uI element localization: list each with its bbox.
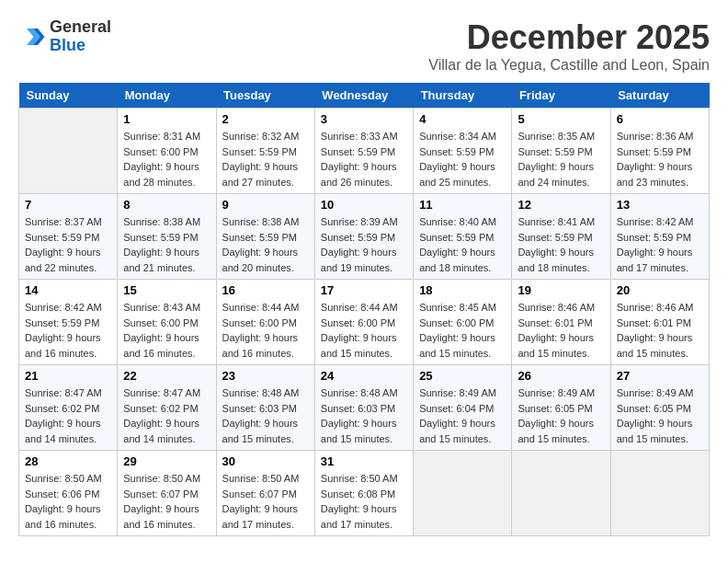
day-number: 8 xyxy=(123,198,210,212)
day-info: Sunrise: 8:49 AM Sunset: 6:05 PM Dayligh… xyxy=(518,385,604,446)
calendar-day-cell: 17 Sunrise: 8:44 AM Sunset: 6:00 PM Dayl… xyxy=(314,280,413,365)
day-number: 2 xyxy=(222,112,309,126)
weekday-header: Monday xyxy=(118,83,216,109)
calendar-day-cell: 16 Sunrise: 8:44 AM Sunset: 6:00 PM Dayl… xyxy=(216,280,314,365)
calendar-week-row: 7 Sunrise: 8:37 AM Sunset: 5:59 PM Dayli… xyxy=(19,194,710,280)
weekday-header-row: SundayMondayTuesdayWednesdayThursdayFrid… xyxy=(19,83,710,109)
day-info: Sunrise: 8:50 AM Sunset: 6:06 PM Dayligh… xyxy=(25,471,111,532)
calendar-day-cell: 29 Sunrise: 8:50 AM Sunset: 6:07 PM Dayl… xyxy=(118,451,216,536)
day-number: 30 xyxy=(222,454,309,468)
day-number: 20 xyxy=(617,283,703,297)
calendar-day-cell: 19 Sunrise: 8:46 AM Sunset: 6:01 PM Dayl… xyxy=(512,280,610,365)
calendar-day-cell: 22 Sunrise: 8:47 AM Sunset: 6:02 PM Dayl… xyxy=(118,365,216,451)
day-info: Sunrise: 8:48 AM Sunset: 6:03 PM Dayligh… xyxy=(321,385,407,446)
calendar-day-cell: 31 Sunrise: 8:50 AM Sunset: 6:08 PM Dayl… xyxy=(314,451,413,536)
day-number: 16 xyxy=(222,283,309,297)
day-info: Sunrise: 8:49 AM Sunset: 6:05 PM Dayligh… xyxy=(617,385,703,446)
calendar-day-cell: 21 Sunrise: 8:47 AM Sunset: 6:02 PM Dayl… xyxy=(19,365,118,451)
day-info: Sunrise: 8:43 AM Sunset: 6:00 PM Dayligh… xyxy=(123,300,210,361)
calendar-day-cell: 6 Sunrise: 8:36 AM Sunset: 5:59 PM Dayli… xyxy=(610,109,709,194)
day-info: Sunrise: 8:40 AM Sunset: 5:59 PM Dayligh… xyxy=(419,214,506,275)
calendar-day-cell: 26 Sunrise: 8:49 AM Sunset: 6:05 PM Dayl… xyxy=(512,365,610,451)
calendar-day-cell xyxy=(512,451,610,536)
logo-general: General xyxy=(50,17,111,36)
logo-icon xyxy=(18,23,46,51)
day-number: 29 xyxy=(123,454,210,468)
day-info: Sunrise: 8:32 AM Sunset: 5:59 PM Dayligh… xyxy=(222,129,309,190)
calendar-week-row: 14 Sunrise: 8:42 AM Sunset: 5:59 PM Dayl… xyxy=(19,280,710,365)
weekday-header: Wednesday xyxy=(314,83,413,109)
day-info: Sunrise: 8:42 AM Sunset: 5:59 PM Dayligh… xyxy=(617,214,703,275)
day-info: Sunrise: 8:50 AM Sunset: 6:08 PM Dayligh… xyxy=(321,471,407,532)
day-info: Sunrise: 8:35 AM Sunset: 5:59 PM Dayligh… xyxy=(518,129,604,190)
calendar-day-cell: 18 Sunrise: 8:45 AM Sunset: 6:00 PM Dayl… xyxy=(414,280,512,365)
day-number: 28 xyxy=(25,454,111,468)
calendar-table: SundayMondayTuesdayWednesdayThursdayFrid… xyxy=(18,83,710,536)
calendar-day-cell: 8 Sunrise: 8:38 AM Sunset: 5:59 PM Dayli… xyxy=(118,194,216,280)
logo-text: General Blue xyxy=(50,18,111,55)
day-info: Sunrise: 8:46 AM Sunset: 6:01 PM Dayligh… xyxy=(518,300,604,361)
day-number: 23 xyxy=(222,369,309,383)
day-number: 7 xyxy=(25,198,111,212)
calendar-day-cell: 10 Sunrise: 8:39 AM Sunset: 5:59 PM Dayl… xyxy=(314,194,413,280)
page-header: General Blue December 2025 Villar de la … xyxy=(18,18,710,74)
day-info: Sunrise: 8:46 AM Sunset: 6:01 PM Dayligh… xyxy=(617,300,703,361)
day-info: Sunrise: 8:39 AM Sunset: 5:59 PM Dayligh… xyxy=(321,214,407,275)
day-info: Sunrise: 8:44 AM Sunset: 6:00 PM Dayligh… xyxy=(222,300,309,361)
day-number: 12 xyxy=(518,198,604,212)
weekday-header: Sunday xyxy=(19,83,118,109)
calendar-day-cell xyxy=(414,451,512,536)
calendar-day-cell: 23 Sunrise: 8:48 AM Sunset: 6:03 PM Dayl… xyxy=(216,365,314,451)
calendar-day-cell: 2 Sunrise: 8:32 AM Sunset: 5:59 PM Dayli… xyxy=(216,109,314,194)
day-info: Sunrise: 8:41 AM Sunset: 5:59 PM Dayligh… xyxy=(518,214,604,275)
day-number: 13 xyxy=(617,198,703,212)
weekday-header: Saturday xyxy=(610,83,709,109)
day-number: 4 xyxy=(419,112,506,126)
weekday-header: Friday xyxy=(512,83,610,109)
day-number: 14 xyxy=(25,283,111,297)
calendar-week-row: 21 Sunrise: 8:47 AM Sunset: 6:02 PM Dayl… xyxy=(19,365,710,451)
day-number: 1 xyxy=(123,112,210,126)
calendar-day-cell: 20 Sunrise: 8:46 AM Sunset: 6:01 PM Dayl… xyxy=(610,280,709,365)
calendar-day-cell: 28 Sunrise: 8:50 AM Sunset: 6:06 PM Dayl… xyxy=(19,451,118,536)
day-info: Sunrise: 8:50 AM Sunset: 6:07 PM Dayligh… xyxy=(123,471,210,532)
day-number: 21 xyxy=(25,369,111,383)
day-info: Sunrise: 8:34 AM Sunset: 5:59 PM Dayligh… xyxy=(419,129,506,190)
logo: General Blue xyxy=(18,18,111,55)
day-number: 9 xyxy=(222,198,309,212)
calendar-day-cell xyxy=(19,109,118,194)
weekday-header: Tuesday xyxy=(216,83,314,109)
day-number: 5 xyxy=(518,112,604,126)
calendar-day-cell: 9 Sunrise: 8:38 AM Sunset: 5:59 PM Dayli… xyxy=(216,194,314,280)
day-number: 11 xyxy=(419,198,506,212)
day-info: Sunrise: 8:31 AM Sunset: 6:00 PM Dayligh… xyxy=(123,129,210,190)
weekday-header: Thursday xyxy=(414,83,512,109)
calendar-day-cell: 14 Sunrise: 8:42 AM Sunset: 5:59 PM Dayl… xyxy=(19,280,118,365)
calendar-day-cell xyxy=(610,451,709,536)
calendar-day-cell: 3 Sunrise: 8:33 AM Sunset: 5:59 PM Dayli… xyxy=(314,109,413,194)
day-info: Sunrise: 8:33 AM Sunset: 5:59 PM Dayligh… xyxy=(321,129,407,190)
title-section: December 2025 Villar de la Yegua, Castil… xyxy=(428,18,710,74)
calendar-week-row: 1 Sunrise: 8:31 AM Sunset: 6:00 PM Dayli… xyxy=(19,109,710,194)
month-title: December 2025 xyxy=(428,18,710,57)
calendar-day-cell: 24 Sunrise: 8:48 AM Sunset: 6:03 PM Dayl… xyxy=(314,365,413,451)
calendar-day-cell: 1 Sunrise: 8:31 AM Sunset: 6:00 PM Dayli… xyxy=(118,109,216,194)
day-info: Sunrise: 8:37 AM Sunset: 5:59 PM Dayligh… xyxy=(25,214,111,275)
day-number: 27 xyxy=(617,369,703,383)
day-info: Sunrise: 8:50 AM Sunset: 6:07 PM Dayligh… xyxy=(222,471,309,532)
day-number: 24 xyxy=(321,369,407,383)
day-info: Sunrise: 8:45 AM Sunset: 6:00 PM Dayligh… xyxy=(419,300,506,361)
day-info: Sunrise: 8:47 AM Sunset: 6:02 PM Dayligh… xyxy=(123,385,210,446)
location-subtitle: Villar de la Yegua, Castille and Leon, S… xyxy=(428,57,710,74)
day-info: Sunrise: 8:49 AM Sunset: 6:04 PM Dayligh… xyxy=(419,385,506,446)
day-number: 22 xyxy=(123,369,210,383)
calendar-day-cell: 15 Sunrise: 8:43 AM Sunset: 6:00 PM Dayl… xyxy=(118,280,216,365)
calendar-day-cell: 12 Sunrise: 8:41 AM Sunset: 5:59 PM Dayl… xyxy=(512,194,610,280)
calendar-week-row: 28 Sunrise: 8:50 AM Sunset: 6:06 PM Dayl… xyxy=(19,451,710,536)
day-info: Sunrise: 8:38 AM Sunset: 5:59 PM Dayligh… xyxy=(123,214,210,275)
calendar-day-cell: 11 Sunrise: 8:40 AM Sunset: 5:59 PM Dayl… xyxy=(414,194,512,280)
day-number: 17 xyxy=(321,283,407,297)
day-info: Sunrise: 8:47 AM Sunset: 6:02 PM Dayligh… xyxy=(25,385,111,446)
logo-blue: Blue xyxy=(50,36,85,54)
day-number: 26 xyxy=(518,369,604,383)
